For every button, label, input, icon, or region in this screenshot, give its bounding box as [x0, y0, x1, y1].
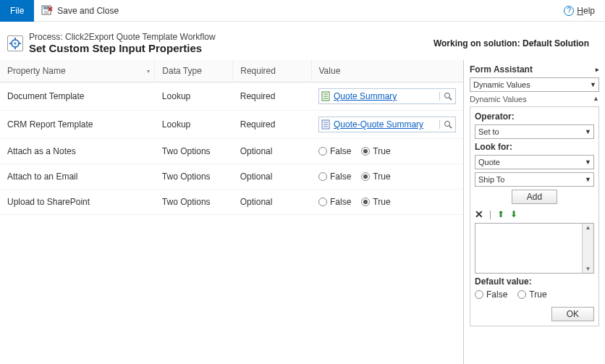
required-cell: Optional	[233, 139, 311, 164]
table-row: Attach to an EmailTwo OptionsOptionalFal…	[0, 164, 463, 190]
false-radio[interactable]: False	[318, 146, 351, 156]
lookup-search-icon[interactable]	[439, 120, 455, 129]
lookup-record-icon	[319, 91, 332, 101]
process-gear-icon	[7, 35, 23, 51]
dynamic-values-section-collapse-icon[interactable]: ▲	[593, 95, 599, 103]
required-cell: Optional	[233, 190, 311, 215]
data-type-cell: Two Options	[155, 164, 233, 190]
col-data-type[interactable]: Data Type	[155, 60, 233, 82]
ok-button[interactable]: OK	[551, 307, 594, 321]
lookup-search-icon[interactable]	[439, 92, 455, 101]
sort-indicator-icon: ▾	[147, 68, 150, 75]
save-and-close-label: Save and Close	[57, 6, 119, 16]
properties-table: Property Name▾ Data Type Required Value …	[0, 60, 463, 215]
radio-icon	[361, 147, 370, 156]
radio-icon	[318, 198, 327, 206]
form-assistant-collapse-icon[interactable]: ▸	[596, 66, 599, 73]
radio-icon	[318, 147, 327, 156]
file-menu[interactable]: File	[0, 0, 34, 22]
value-cell: FalseTrue	[311, 164, 463, 190]
look-for-entity-select[interactable]: Quote▼	[475, 155, 594, 169]
col-property-name[interactable]: Property Name▾	[0, 60, 155, 82]
table-row: Upload to SharePointTwo OptionsOptionalF…	[0, 190, 463, 215]
radio-label: False	[330, 172, 351, 182]
property-name-cell: Upload to SharePoint	[0, 190, 155, 215]
add-button[interactable]: Add	[512, 190, 557, 204]
separator: |	[489, 209, 491, 219]
form-assistant-title: Form Assistant	[470, 64, 533, 75]
col-value[interactable]: Value	[311, 60, 463, 82]
lookup-field[interactable]: Quote Summary	[318, 88, 456, 104]
col-required[interactable]: Required	[233, 60, 311, 82]
dynamic-values-dropdown[interactable]: Dynamic Values▼	[470, 77, 599, 92]
radio-icon	[361, 198, 370, 206]
scrollbar[interactable]: ▲ ▼	[582, 224, 593, 273]
svg-line-22	[449, 126, 452, 128]
look-for-label: Look for:	[475, 142, 594, 152]
radio-label: False	[330, 146, 351, 156]
radio-icon	[361, 172, 370, 181]
help-icon: ?	[564, 6, 574, 16]
default-true-radio[interactable]: True	[517, 289, 546, 300]
table-row: Attach as a NotesTwo OptionsOptionalFals…	[0, 139, 463, 164]
radio-label: False	[330, 197, 351, 207]
save-close-icon	[41, 5, 53, 17]
table-row: Document TemplateLookupRequiredQuote Sum…	[0, 82, 463, 111]
chevron-down-icon: ▼	[590, 81, 596, 88]
value-cell: FalseTrue	[311, 190, 463, 215]
selected-values-list[interactable]: ▲ ▼	[475, 223, 594, 274]
property-name-cell: Document Template	[0, 82, 155, 111]
false-radio[interactable]: False	[318, 197, 351, 207]
default-false-radio[interactable]: False	[475, 289, 507, 300]
svg-point-15	[444, 93, 449, 98]
default-value-label: Default value:	[475, 276, 594, 287]
property-name-cell: Attach to an Email	[0, 164, 155, 190]
working-solution-label: Working on solution: Default Solution	[433, 38, 598, 48]
look-for-attribute-select[interactable]: Ship To▼	[475, 172, 594, 187]
scroll-up-icon[interactable]: ▲	[585, 224, 591, 231]
lookup-value-link[interactable]: Quote Summary	[332, 91, 439, 101]
move-up-icon[interactable]: ⬆	[497, 209, 504, 219]
chevron-down-icon: ▼	[585, 158, 591, 166]
svg-line-16	[449, 98, 452, 100]
required-cell: Required	[233, 82, 311, 111]
page-title: Set Custom Step Input Properties	[29, 42, 428, 54]
lookup-field[interactable]: Quote-Quote Summary	[318, 117, 456, 132]
move-down-icon[interactable]: ⬇	[510, 209, 517, 219]
svg-rect-2	[44, 11, 48, 14]
property-name-cell: Attach as a Notes	[0, 139, 155, 164]
help-label: HHelpelp	[577, 6, 595, 16]
chevron-down-icon: ▼	[585, 128, 591, 135]
true-radio[interactable]: True	[361, 172, 390, 182]
svg-point-6	[14, 42, 17, 44]
help-link[interactable]: ? HHelpelp	[554, 6, 605, 16]
process-name: Process: Click2Export Quote Template Wor…	[29, 32, 428, 42]
value-cell: Quote-Quote Summary	[311, 111, 463, 139]
false-radio[interactable]: False	[318, 172, 351, 182]
save-and-close-button[interactable]: Save and Close	[34, 0, 126, 22]
true-radio[interactable]: True	[361, 197, 390, 207]
required-cell: Optional	[233, 164, 311, 190]
scroll-down-icon[interactable]: ▼	[585, 266, 591, 272]
true-radio[interactable]: True	[361, 146, 390, 156]
form-assistant-panel: Form Assistant ▸ Dynamic Values▼ Dynamic…	[463, 60, 605, 364]
radio-label: True	[373, 172, 390, 182]
data-type-cell: Two Options	[155, 190, 233, 215]
radio-label: True	[373, 197, 390, 207]
data-type-cell: Lookup	[155, 111, 233, 139]
table-row: CRM Report TemplateLookupRequiredQuote-Q…	[0, 111, 463, 139]
required-cell: Required	[233, 111, 311, 139]
radio-icon	[318, 172, 327, 181]
delete-icon[interactable]: ✕	[475, 208, 483, 220]
value-cell: Quote Summary	[311, 82, 463, 111]
dynamic-values-section: Dynamic Values	[470, 95, 527, 103]
chevron-down-icon: ▼	[585, 176, 591, 183]
operator-select[interactable]: Set to▼	[475, 124, 594, 139]
operator-label: Operator:	[475, 111, 594, 122]
data-type-cell: Lookup	[155, 82, 233, 111]
lookup-value-link[interactable]: Quote-Quote Summary	[332, 119, 439, 130]
data-type-cell: Two Options	[155, 139, 233, 164]
radio-label: True	[373, 146, 390, 156]
property-name-cell: CRM Report Template	[0, 111, 155, 139]
lookup-record-icon	[319, 119, 332, 130]
